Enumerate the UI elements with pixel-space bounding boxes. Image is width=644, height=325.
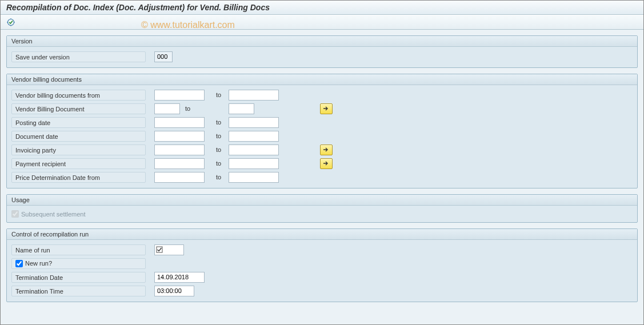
group-version: Version Save under version (6, 35, 638, 68)
input-payrec-low[interactable] (154, 158, 205, 169)
checkbox-new-run[interactable] (15, 260, 23, 267)
input-docdate-high[interactable] (229, 131, 279, 142)
label-to: to (211, 91, 229, 98)
check-icon (156, 246, 163, 253)
label-invoicing-party: Invoicing party (11, 145, 146, 155)
group-usage-header: Usage (7, 195, 637, 206)
input-pricedet-low[interactable] (154, 172, 205, 183)
label-to: to (183, 105, 229, 112)
label-posting-date: Posting date (11, 117, 146, 128)
multi-select-vbd[interactable] (320, 103, 333, 114)
label-subsequent-settlement: Subsequent settlement (21, 211, 86, 218)
checkbox-subsequent-settlement (11, 210, 19, 218)
execute-icon[interactable] (5, 17, 17, 28)
group-vendor-billing: Vendor billing documents Vendor billing … (6, 74, 638, 188)
input-invparty-low[interactable] (154, 145, 205, 155)
input-vbd-high[interactable] (229, 103, 254, 114)
input-payrec-high[interactable] (229, 158, 279, 169)
group-version-header: Version (7, 36, 637, 47)
label-new-run-text: New run? (25, 259, 52, 267)
content-area: Version Save under version Vendor billin… (1, 30, 643, 314)
input-save-under-version[interactable] (154, 51, 173, 62)
label-name-of-run: Name of run (11, 244, 146, 255)
label-save-under-version: Save under version (11, 51, 146, 62)
label-doc-date: Document date (11, 131, 146, 142)
input-name-of-run[interactable] (154, 244, 184, 255)
input-termination-date[interactable] (154, 272, 205, 283)
page-title: Recompilation of Doc. Index (Doc. Adjust… (1, 1, 643, 15)
label-price-det-date: Price Determination Date from (11, 172, 146, 183)
multi-select-invparty[interactable] (320, 145, 333, 155)
label-to: to (211, 119, 229, 126)
label-to: to (211, 174, 229, 180)
label-vbd-from: Vendor billing documents from (11, 90, 146, 101)
input-vbd-from-high[interactable] (229, 90, 279, 101)
input-docdate-low[interactable] (154, 131, 205, 142)
label-to: to (211, 133, 229, 139)
input-posting-low[interactable] (154, 117, 205, 128)
label-payment-recipient: Payment recipient (11, 158, 146, 169)
label-termination-date: Termination Date (11, 272, 146, 283)
toolbar (1, 15, 643, 30)
input-termination-time[interactable] (154, 286, 194, 296)
label-termination-time: Termination Time (11, 286, 146, 296)
multi-select-payrec[interactable] (320, 158, 333, 169)
input-posting-high[interactable] (229, 117, 279, 128)
label-to: to (211, 146, 229, 153)
group-vendor-billing-header: Vendor billing documents (7, 74, 637, 85)
input-vbd-from-low[interactable] (154, 90, 205, 101)
label-vbd: Vendor Billing Document (11, 103, 146, 114)
group-control: Control of recompilation run Name of run (6, 228, 638, 302)
label-new-run: New run? (11, 258, 146, 269)
label-to: to (211, 160, 229, 167)
group-usage: Usage Subsequent settlement (6, 194, 638, 223)
input-invparty-high[interactable] (229, 145, 279, 155)
input-pricedet-high[interactable] (229, 172, 279, 183)
input-vbd-low[interactable] (154, 103, 180, 114)
group-control-header: Control of recompilation run (7, 229, 637, 240)
